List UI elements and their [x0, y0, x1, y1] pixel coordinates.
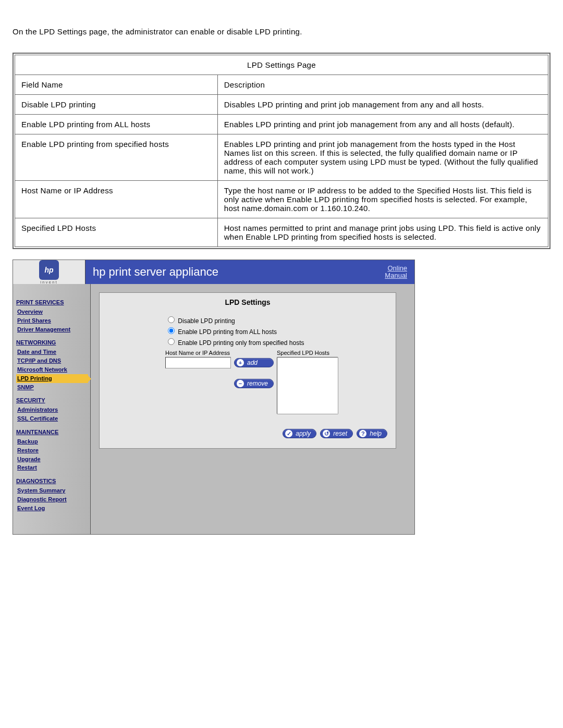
- help-button-label: help: [370, 430, 382, 437]
- panel-title: LPD Settings: [108, 298, 387, 306]
- radio-enable-all-input[interactable]: [168, 327, 175, 334]
- undo-icon: ↺: [323, 430, 330, 437]
- sidebar-item-system-summary[interactable]: System Summary: [16, 486, 88, 495]
- radio-disable-lpd[interactable]: Disable LPD printing: [165, 315, 387, 325]
- sidebar-section: PRINT SERVICES: [16, 299, 88, 306]
- table-row: Enable LPD printing from ALL hosts: [15, 115, 218, 134]
- settings-table: LPD Settings Page Field Name Description…: [15, 55, 548, 247]
- host-input[interactable]: [165, 357, 231, 368]
- radio-enable-specified-label: Enable LPD printing only from specified …: [178, 339, 304, 347]
- table-title: LPD Settings Page: [15, 55, 548, 75]
- sidebar-item-upgrade[interactable]: Upgrade: [16, 455, 88, 464]
- add-button[interactable]: + add: [234, 358, 274, 367]
- app-title: hp print server appliance: [93, 265, 218, 279]
- radio-disable-lpd-label: Disable LPD printing: [178, 317, 235, 325]
- header-desc: Description: [217, 75, 548, 95]
- hp-logo-icon: hp: [39, 260, 59, 280]
- action-buttons: ✓ apply ↺ reset ? help: [108, 429, 387, 438]
- app-screenshot: hp invent hp print server appliance Onli…: [13, 260, 415, 535]
- intro-text: On the LPD Settings page, the administra…: [13, 27, 550, 36]
- sidebar-section: DIAGNOSTICS: [16, 477, 88, 485]
- header-field: Field Name: [15, 75, 218, 95]
- sidebar-item-snmp[interactable]: SNMP: [16, 383, 88, 392]
- sidebar-item-event-log[interactable]: Event Log: [16, 504, 88, 513]
- sidebar-item-overview[interactable]: Overview: [16, 307, 88, 316]
- sidebar-item-backup[interactable]: Backup: [16, 437, 88, 446]
- table-row: Disables LPD printing and print job mana…: [217, 95, 548, 115]
- main-area: LPD Settings Disable LPD printing Enable…: [91, 284, 414, 534]
- plus-icon: +: [237, 359, 244, 366]
- help-button[interactable]: ? help: [357, 429, 387, 438]
- sidebar-section: SECURITY: [16, 397, 88, 404]
- sidebar-section: MAINTENANCE: [16, 428, 88, 436]
- reset-button-label: reset: [333, 430, 347, 437]
- sidebar-item-restart[interactable]: Restart: [16, 463, 88, 472]
- radio-enable-specified[interactable]: Enable LPD printing only from specified …: [165, 337, 387, 347]
- sidebar-item-ssl-certificate[interactable]: SSL Certificate: [16, 414, 88, 423]
- question-icon: ?: [359, 430, 366, 437]
- table-row: Disable LPD printing: [15, 95, 218, 115]
- sidebar-item-diagnostic-report[interactable]: Diagnostic Report: [16, 495, 88, 504]
- apply-button-label: apply: [296, 430, 311, 437]
- radio-disable-lpd-input[interactable]: [168, 316, 175, 323]
- lpd-mode-radios: Disable LPD printing Enable LPD printing…: [165, 315, 387, 347]
- radio-enable-all[interactable]: Enable LPD printing from ALL hosts: [165, 326, 387, 336]
- radio-enable-specified-input[interactable]: [168, 338, 175, 345]
- sidebar-item-driver-management[interactable]: Driver Management: [16, 325, 88, 334]
- reset-button[interactable]: ↺ reset: [320, 429, 353, 438]
- table-row: Host Name or IP Address: [15, 181, 218, 218]
- minus-icon: −: [237, 380, 244, 387]
- radio-enable-all-label: Enable LPD printing from ALL hosts: [178, 328, 277, 336]
- sidebar-item-date-time[interactable]: Date and Time: [16, 348, 88, 356]
- sidebar-item-tcpip-dns[interactable]: TCP/IP and DNS: [16, 356, 88, 365]
- sidebar-item-restore[interactable]: Restore: [16, 446, 88, 455]
- online-manual-link[interactable]: Online Manual: [385, 265, 407, 280]
- sidebar-section: NETWORKING: [16, 339, 88, 347]
- sidebar-item-print-shares[interactable]: Print Shares: [16, 316, 88, 325]
- table-row: Enable LPD printing from specified hosts: [15, 134, 218, 181]
- hp-logo-cell: hp invent: [13, 260, 85, 284]
- table-row: Enables LPD printing and print job manag…: [217, 115, 548, 134]
- settings-table-wrapper: LPD Settings Page Field Name Description…: [13, 53, 550, 249]
- table-row: Enables LPD printing and print job manag…: [217, 134, 548, 181]
- specified-hosts-list[interactable]: [277, 357, 338, 414]
- specified-hosts-label: Specified LPD Hosts: [277, 350, 338, 356]
- host-input-label: Host Name or IP Address: [165, 350, 231, 356]
- remove-button[interactable]: − remove: [234, 379, 274, 388]
- app-banner: hp print server appliance Online Manual: [85, 260, 414, 284]
- remove-button-label: remove: [247, 380, 268, 387]
- add-button-label: add: [247, 359, 258, 366]
- check-icon: ✓: [285, 430, 292, 437]
- sidebar-item-lpd-printing[interactable]: LPD Printing: [16, 374, 88, 383]
- sidebar: PRINT SERVICES Overview Print Shares Dri…: [13, 284, 91, 534]
- table-row: Host names permitted to print and manage…: [217, 218, 548, 247]
- sidebar-item-ms-network[interactable]: Microsoft Network: [16, 365, 88, 374]
- apply-button[interactable]: ✓ apply: [283, 429, 316, 438]
- table-row: Type the host name or IP address to be a…: [217, 181, 548, 218]
- table-row: Specified LPD Hosts: [15, 218, 218, 247]
- lpd-settings-panel: LPD Settings Disable LPD printing Enable…: [99, 292, 396, 449]
- sidebar-item-administrators[interactable]: Administrators: [16, 405, 88, 414]
